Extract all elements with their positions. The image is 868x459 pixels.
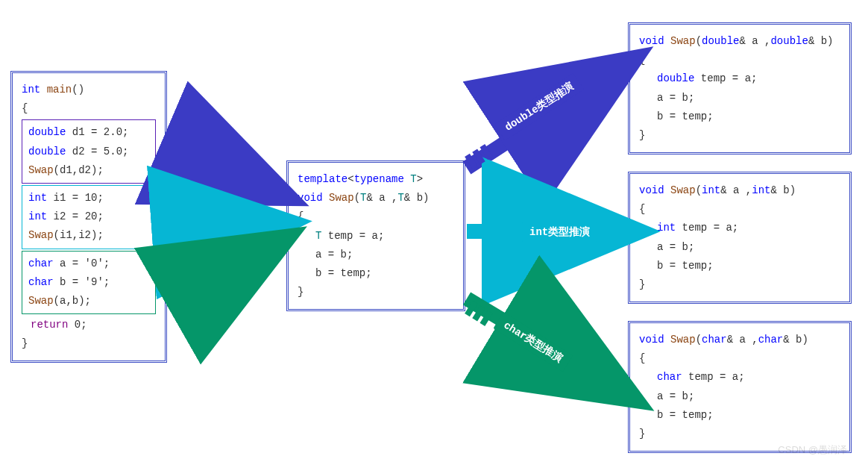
rest: d1 = 2.0; (66, 126, 128, 138)
rest: temp = a; (676, 222, 738, 234)
fn-name: Swap (664, 35, 696, 47)
main-function-box: int main() { double d1 = 2.0; double d2 … (10, 71, 167, 363)
brace-open: { (639, 349, 840, 368)
code-line: T temp = a; (315, 227, 454, 246)
fn-name: Swap (664, 334, 696, 346)
brace-close: } (639, 275, 840, 294)
void-keyword: void (639, 35, 664, 47)
code-line: int temp = a; (657, 219, 840, 237)
code-line: double temp = a; (657, 69, 840, 88)
fn-name: Swap (28, 164, 54, 176)
brace-close: } (639, 126, 840, 145)
code-line: int i2 = 20; (28, 207, 149, 226)
arrow-char-to-template (168, 239, 287, 321)
code-line: Swap(i1,i2); (28, 226, 149, 245)
fn-name: main (40, 84, 72, 96)
arrow-double-to-template (168, 131, 287, 205)
int-deduction-label: int类型推演 (522, 222, 597, 242)
type-keyword: int (28, 210, 47, 222)
code-line: double d1 = 2.0; (28, 123, 149, 142)
rest: temp = a; (682, 371, 745, 383)
fn-signature: void Swap(double& a ,double& b) (639, 32, 840, 51)
fn-name: Swap (28, 229, 54, 241)
code-line: char b = '9'; (28, 273, 149, 292)
rest: & a , (366, 192, 397, 204)
code-line: b = temp; (657, 107, 840, 126)
brace-open: { (298, 207, 454, 226)
paren: ( (696, 184, 702, 196)
brace-close: } (298, 283, 454, 302)
type-keyword: char (28, 276, 54, 288)
type-keyword: char (702, 334, 727, 346)
template-function-box: template<typename T> void Swap(T& a ,T& … (286, 160, 465, 311)
int-usage-block: int i1 = 10; int i2 = 20; Swap(i1,i2); (22, 185, 156, 249)
fn-name: Swap (664, 184, 696, 196)
gt: > (417, 173, 423, 185)
rest: & a , (739, 35, 770, 47)
int-instantiation-box: void Swap(int& a ,int& b) { int temp = a… (628, 172, 852, 304)
code-line: b = temp; (657, 257, 840, 275)
lt: < (347, 173, 353, 185)
rest: (d1,d2); (54, 164, 104, 176)
rest: & b) (783, 334, 808, 346)
type-keyword: double (702, 35, 739, 47)
rest: temp = a; (321, 230, 384, 242)
type-param: T (404, 173, 417, 185)
rest: b = '9'; (54, 276, 110, 288)
code-line: b = temp; (315, 264, 454, 283)
type-keyword: int (22, 84, 40, 96)
rest: (a,b); (54, 295, 91, 307)
code-line: char temp = a; (657, 368, 840, 387)
type-keyword: char (758, 334, 784, 346)
code-line: a = b; (657, 89, 840, 107)
brace-open: { (639, 200, 840, 219)
type-param: T (397, 192, 403, 204)
type-keyword: double (28, 146, 66, 157)
double-usage-block: double d1 = 2.0; double d2 = 5.0; Swap(d… (22, 119, 156, 184)
code-line: a = b; (657, 387, 840, 406)
brace-close: } (639, 425, 840, 443)
rest: a = '0'; (54, 257, 110, 269)
main-signature: int main() (22, 81, 156, 99)
char-instantiation-box: void Swap(char& a ,char& b) { char temp … (628, 321, 852, 453)
void-keyword: void (639, 334, 664, 346)
fn-name: Swap (323, 192, 354, 204)
char-usage-block: char a = '0'; char b = '9'; Swap(a,b); (22, 251, 156, 315)
fn-signature: void Swap(char& a ,char& b) (639, 331, 840, 349)
rest: (i1,i2); (54, 229, 104, 241)
rest: i1 = 10; (47, 192, 104, 204)
type-keyword: int (657, 222, 676, 234)
rest: i2 = 20; (47, 210, 104, 222)
void-keyword: void (298, 192, 323, 204)
type-keyword: int (752, 184, 770, 196)
rest: 0; (68, 319, 87, 331)
typename-keyword: typename (354, 173, 404, 185)
void-keyword: void (639, 184, 664, 196)
rest: & b) (770, 184, 796, 196)
rest: & a , (727, 334, 758, 346)
svg-line-1 (168, 146, 272, 190)
template-line: template<typename T> (298, 170, 454, 189)
fn-name: Swap (28, 295, 54, 307)
code-line: Swap(a,b); (28, 292, 149, 310)
code-line: a = b; (315, 246, 454, 264)
brace-open: { (22, 99, 156, 118)
code-line: b = temp; (657, 406, 840, 425)
rest: d2 = 5.0; (66, 146, 128, 157)
arrow-template-to-double (467, 63, 631, 175)
brace-close: } (22, 334, 156, 353)
code-line: Swap(d1,d2); (28, 161, 149, 180)
paren: ( (696, 334, 702, 346)
rest: & a , (720, 184, 752, 196)
rest: & b) (808, 35, 834, 47)
stripe-icon (470, 224, 494, 239)
type-keyword: double (770, 35, 808, 47)
type-keyword: char (28, 257, 54, 269)
fn-signature: void Swap(T& a ,T& b) (298, 189, 454, 207)
type-keyword: int (702, 184, 720, 196)
watermark-text: CSDN @愚润泽 (778, 443, 847, 457)
type-keyword: char (657, 371, 682, 383)
code-line: double d2 = 5.0; (28, 143, 149, 161)
rest: temp = a; (694, 72, 757, 84)
code-line: int i1 = 10; (28, 189, 149, 207)
